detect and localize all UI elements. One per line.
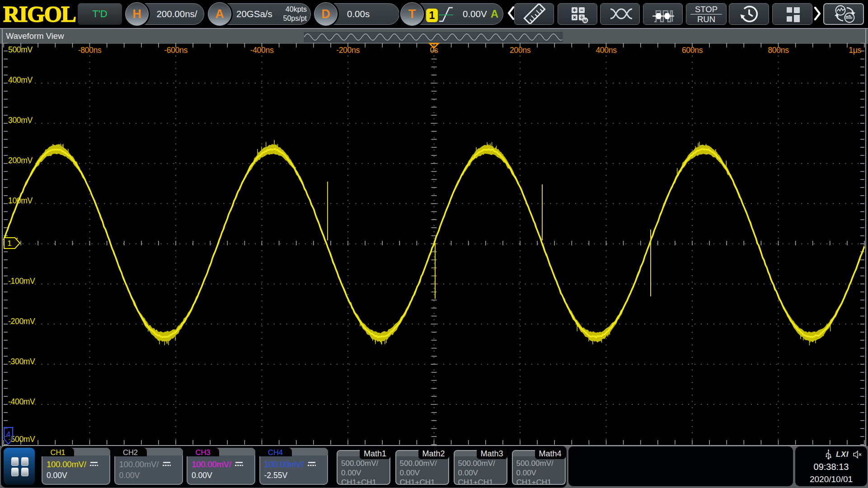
- svg-text:-800ns: -800ns: [78, 46, 102, 55]
- svg-text:-200mV: -200mV: [8, 317, 35, 326]
- svg-text:200ns: 200ns: [510, 46, 531, 55]
- svg-text:4: 4: [6, 430, 10, 439]
- svg-text:-200ns: -200ns: [336, 46, 360, 55]
- svg-text:-100mV: -100mV: [8, 277, 35, 286]
- svg-text:800ns: 800ns: [768, 46, 789, 55]
- svg-text:-400ns: -400ns: [250, 46, 274, 55]
- svg-text:200mV: 200mV: [8, 156, 33, 165]
- svg-text:400ns: 400ns: [596, 46, 617, 55]
- svg-text:1μs: 1μs: [849, 46, 861, 55]
- svg-text:300mV: 300mV: [8, 116, 33, 125]
- svg-text:600ns: 600ns: [682, 46, 703, 55]
- svg-text:400mV: 400mV: [8, 75, 33, 84]
- svg-text:M: M: [583, 18, 587, 23]
- svg-text:1: 1: [7, 239, 11, 248]
- svg-text:-400mV: -400mV: [8, 397, 35, 406]
- svg-text:-300mV: -300mV: [8, 357, 35, 366]
- svg-text:-600ns: -600ns: [164, 46, 188, 55]
- svg-text:0s: 0s: [430, 46, 438, 55]
- svg-text:500mV: 500mV: [8, 45, 33, 54]
